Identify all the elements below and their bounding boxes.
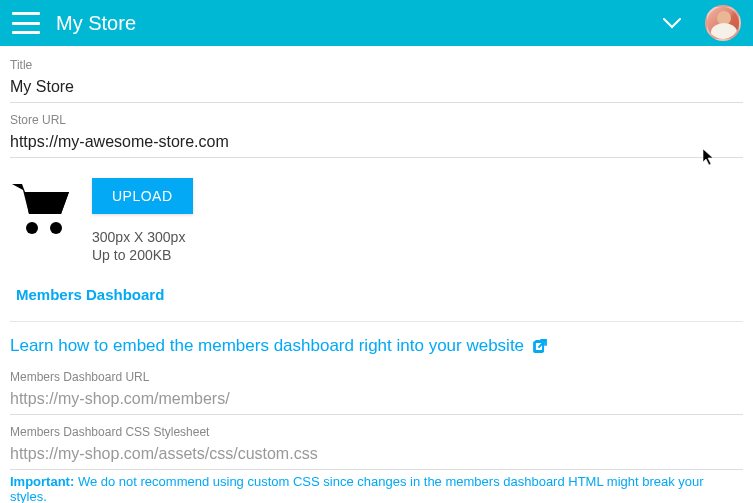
main-content: Title Store URL UPLOAD 300px X 300px Up … [0, 46, 753, 503]
title-field-group: Title [10, 58, 743, 103]
store-url-input[interactable] [10, 129, 743, 158]
menu-icon[interactable] [12, 12, 40, 34]
store-url-label: Store URL [10, 113, 743, 127]
app-header: My Store [0, 0, 753, 46]
cart-icon [10, 180, 74, 236]
members-css-label: Members Dashboard CSS Stylesheet [10, 425, 743, 439]
upload-column: UPLOAD 300px X 300px Up to 200KB [92, 178, 193, 264]
embed-help-link-text: Learn how to embed the members dashboard… [10, 336, 524, 356]
svg-point-1 [50, 222, 62, 234]
external-link-icon [532, 338, 548, 354]
logo-size-hint: 300px X 300px [92, 228, 193, 246]
chevron-down-icon[interactable] [663, 17, 681, 29]
page-title: My Store [56, 12, 663, 35]
members-url-field-group: Members Dashboard URL [10, 370, 743, 415]
title-input[interactable] [10, 74, 743, 103]
store-url-field-group: Store URL [10, 113, 743, 158]
members-url-label: Members Dashboard URL [10, 370, 743, 384]
avatar[interactable] [705, 5, 741, 41]
title-label: Title [10, 58, 743, 72]
upload-button[interactable]: UPLOAD [92, 178, 193, 214]
logo-limit-hint: Up to 200KB [92, 246, 193, 264]
members-css-input[interactable] [10, 441, 743, 470]
logo-row: UPLOAD 300px X 300px Up to 200KB [10, 178, 743, 264]
embed-help-link[interactable]: Learn how to embed the members dashboard… [10, 336, 548, 356]
svg-point-0 [26, 222, 38, 234]
members-dashboard-heading: Members Dashboard [16, 286, 743, 303]
members-url-input[interactable] [10, 386, 743, 415]
css-warning-text: We do not recommend using custom CSS sin… [10, 474, 704, 503]
css-warning-note: Important: We do not recommend using cus… [10, 474, 743, 503]
members-css-field-group: Members Dashboard CSS Stylesheet [10, 425, 743, 470]
css-warning-strong: Important: [10, 474, 74, 489]
